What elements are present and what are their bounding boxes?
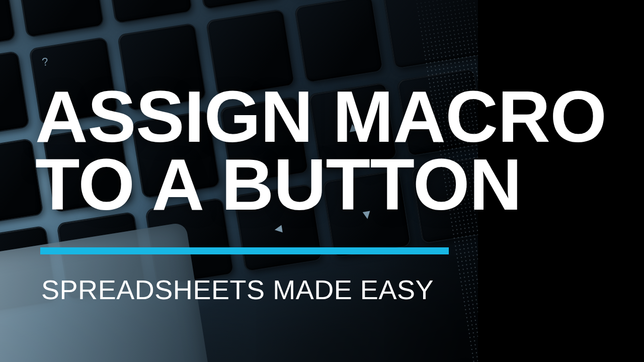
accent-rule: [40, 247, 449, 254]
headline-line-2: TO A BUTTON: [35, 144, 522, 225]
tagline: SPREADSHEETS MADE EASY: [41, 274, 434, 305]
text-overlay: ASSIGN MACRO TO A BUTTON SPREADSHEETS MA…: [0, 0, 644, 362]
headline: ASSIGN MACRO TO A BUTTON: [35, 83, 624, 219]
